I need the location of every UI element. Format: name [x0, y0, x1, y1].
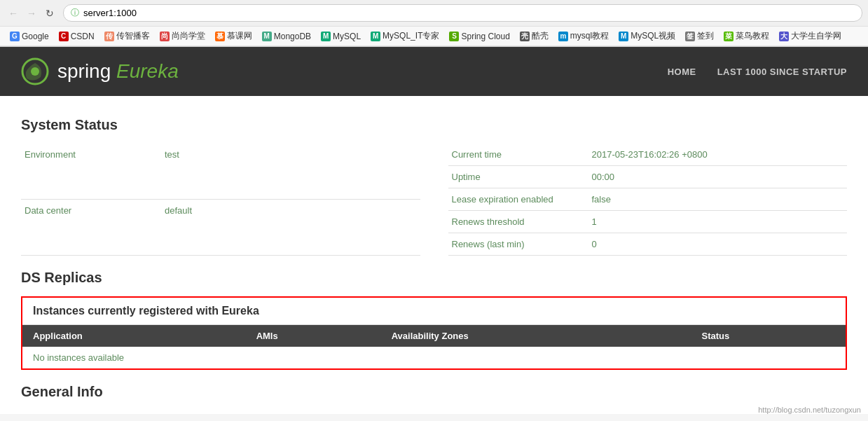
status-label: Lease expiration enabled [448, 188, 588, 211]
address-bar[interactable]: ⓘ [63, 4, 862, 22]
bookmark-label: 酷壳 [532, 30, 549, 42]
status-label: Renews threshold [448, 211, 588, 233]
instances-table-head: ApplicationAMIsAvailability ZonesStatus [22, 325, 846, 347]
url-input[interactable] [83, 8, 855, 18]
nav-home[interactable]: HOME [668, 67, 696, 77]
general-info-title: General Info [21, 384, 847, 400]
instances-col-header: AMIs [246, 325, 381, 347]
bookmark-label: Spring Cloud [461, 32, 509, 41]
forward-button[interactable]: → [24, 6, 39, 21]
watermark: http://blog.csdn.net/tuzongxun [758, 406, 861, 414]
bookmark-item[interactable]: 大大学生自学网 [775, 29, 846, 43]
bookmark-item[interactable]: CCSDN [55, 30, 99, 43]
spring-logo-icon [21, 57, 49, 85]
ds-replicas-title: DS Replicas [21, 270, 847, 286]
bookmark-icon: 菜 [724, 32, 733, 41]
bookmark-item[interactable]: MMySQL_IT专家 [366, 29, 443, 43]
bookmark-label: mysql教程 [570, 30, 609, 42]
bookmark-item[interactable]: mmysql教程 [554, 29, 613, 43]
status-grid: EnvironmenttestData centerdefault Curren… [21, 144, 847, 256]
bookmark-label: 慕课网 [227, 30, 252, 42]
secure-icon: ⓘ [71, 7, 79, 19]
bookmark-icon: 大 [779, 32, 789, 41]
status-row: Renews threshold1 [448, 211, 848, 233]
status-label: Uptime [448, 166, 588, 188]
bookmark-icon: 慕 [215, 32, 225, 41]
status-row: Uptime00:00 [448, 166, 848, 188]
logo-eureka: Eureka [116, 60, 179, 82]
bookmark-item[interactable]: 尚尚尚学堂 [156, 29, 209, 43]
status-table-right: Current time2017-05-23T16:02:26 +0800Upt… [448, 144, 848, 256]
status-label: Data center [21, 199, 161, 255]
bookmark-icon: S [449, 32, 459, 41]
bookmarks-bar: GGoogleCCSDN传传智播客尚尚尚学堂慕慕课网MMongoDBMMySQL… [0, 26, 868, 46]
status-value: default [161, 199, 420, 255]
bookmark-label: MySQL_IT专家 [383, 30, 439, 42]
bookmark-icon: M [321, 32, 331, 41]
bookmark-item[interactable]: 慕慕课网 [211, 29, 256, 43]
browser-toolbar: ← → ↻ ⓘ [0, 0, 868, 26]
bookmark-item[interactable]: MMySQL视频 [614, 29, 680, 43]
status-value: test [161, 144, 420, 199]
bookmark-item[interactable]: MMongoDB [258, 30, 315, 43]
bookmark-icon: M [262, 32, 272, 41]
browser-chrome: ← → ↻ ⓘ GGoogleCCSDN传传智播客尚尚尚学堂慕慕课网MMongo… [0, 0, 868, 47]
status-row: Lease expiration enabledfalse [448, 188, 848, 211]
instances-col-header: Availability Zones [381, 325, 691, 347]
main-content: System Status EnvironmenttestData center… [0, 96, 868, 414]
back-button[interactable]: ← [6, 6, 21, 21]
bookmark-item[interactable]: SSpring Cloud [445, 30, 514, 43]
page-content: spring Eureka HOME LAST 1000 SINCE START… [0, 47, 868, 414]
bookmark-label: 菜鸟教程 [736, 30, 769, 42]
ds-replicas-section: DS Replicas [21, 270, 847, 286]
status-value: 0 [588, 233, 848, 256]
bookmark-item[interactable]: 壳酷壳 [516, 29, 553, 43]
status-row: Data centerdefault [21, 199, 420, 255]
bookmark-label: CSDN [71, 32, 95, 41]
bookmark-item[interactable]: 签签到 [681, 29, 718, 43]
status-label: Renews (last min) [448, 233, 588, 256]
bookmark-label: Google [22, 32, 49, 41]
bookmark-label: 签到 [697, 30, 714, 42]
bookmark-item[interactable]: 菜菜鸟教程 [719, 29, 773, 43]
bookmark-item[interactable]: 传传智播客 [100, 29, 154, 43]
status-label: Current time [448, 144, 588, 166]
logo-spring: spring [57, 60, 111, 82]
eureka-header: spring Eureka HOME LAST 1000 SINCE START… [0, 47, 868, 96]
nav-last-1000[interactable]: LAST 1000 SINCE STARTUP [717, 67, 847, 77]
eureka-logo: spring Eureka [21, 57, 179, 85]
instances-table-body: No instances available [22, 347, 846, 368]
header-nav: HOME LAST 1000 SINCE STARTUP [668, 67, 847, 77]
bookmark-icon: G [10, 32, 20, 41]
no-instances-row: No instances available [22, 347, 846, 368]
bookmark-icon: 传 [104, 32, 114, 41]
instances-col-header: Application [22, 325, 246, 347]
bookmark-icon: m [558, 32, 568, 41]
system-status-title: System Status [21, 117, 847, 133]
status-value: 2017-05-23T16:02:26 +0800 [588, 144, 848, 166]
bookmark-icon: C [59, 32, 69, 41]
bookmark-icon: 签 [685, 32, 695, 41]
logo-text: spring Eureka [57, 60, 179, 83]
bookmark-label: 传智播客 [116, 30, 150, 42]
instances-box: Instances currently registered with Eure… [21, 296, 847, 370]
status-row: Renews (last min)0 [448, 233, 848, 256]
bookmark-label: MongoDB [274, 32, 311, 41]
bookmark-label: 尚尚学堂 [172, 30, 205, 42]
instances-title: Instances currently registered with Eure… [22, 298, 846, 325]
status-value: false [588, 188, 848, 211]
status-row: Current time2017-05-23T16:02:26 +0800 [448, 144, 848, 166]
bookmark-icon: M [371, 32, 380, 41]
bookmark-label: 大学生自学网 [791, 30, 841, 42]
status-label: Environment [21, 144, 161, 199]
status-row: Environmenttest [21, 144, 420, 199]
no-instances-cell: No instances available [22, 347, 846, 368]
status-value: 1 [588, 211, 848, 233]
svg-point-1 [31, 67, 39, 76]
bookmark-label: MySQL视频 [631, 30, 675, 42]
refresh-button[interactable]: ↻ [42, 6, 57, 21]
bookmark-item[interactable]: MMySQL [317, 30, 365, 43]
instances-table: ApplicationAMIsAvailability ZonesStatus … [22, 325, 846, 368]
bookmark-icon: 尚 [160, 32, 170, 41]
bookmark-item[interactable]: GGoogle [6, 30, 53, 43]
